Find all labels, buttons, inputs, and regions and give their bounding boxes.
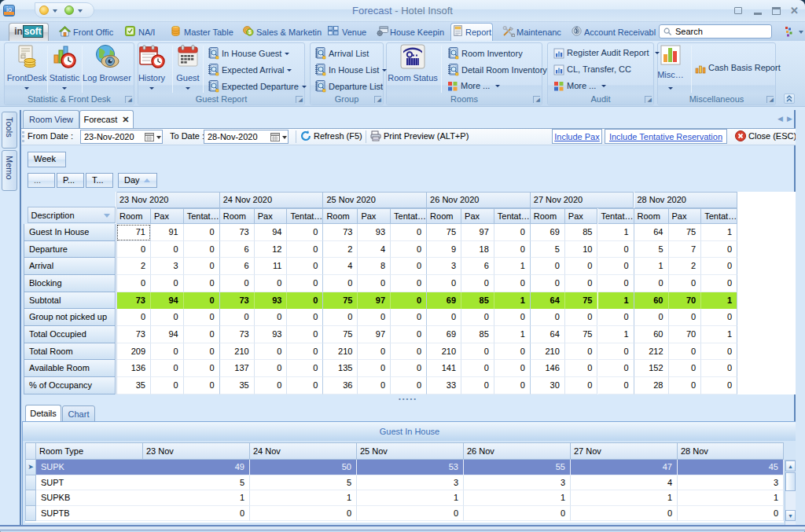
svg-text:$: $ bbox=[248, 29, 252, 35]
